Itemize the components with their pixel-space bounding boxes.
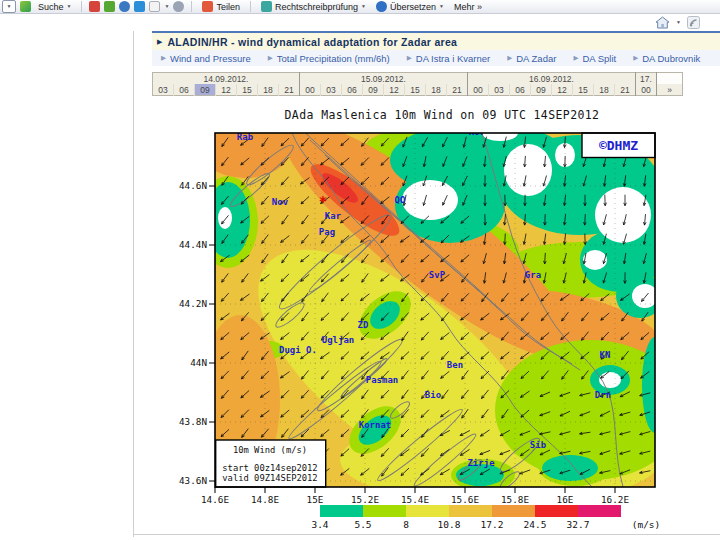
x-axis-label: 16E [557,494,574,505]
home-button[interactable] [655,16,670,29]
legend-swatch [320,505,363,517]
home-icon [655,16,670,29]
time-cell[interactable]: 12 [216,84,237,96]
toolbar-separator [191,1,192,12]
nav-item-da-zadar[interactable]: ▶DA Zadar [507,53,556,64]
triangle-bullet-icon: ▶ [573,55,578,62]
nav-label: DA Zadar [516,53,556,64]
x-axis-label: 14.8E [251,494,279,505]
info-box-start: start 00z14sep2012 [222,463,317,473]
rss-button[interactable] [687,16,700,29]
time-cell[interactable]: 06 [342,84,363,96]
nav-label: DA Dubrovnik [642,53,700,64]
time-cell[interactable]: 18 [258,84,279,96]
time-cell[interactable]: 00 [636,84,657,96]
search-button[interactable]: Suche ▼ [35,0,74,13]
time-cell[interactable]: 15 [405,84,426,96]
time-cell[interactable]: 21 [447,84,468,96]
city-label-kar: Kar [325,211,342,221]
page-title: ALADIN/HR - wind dynamical adaptation fo… [167,36,457,48]
time-cell[interactable]: 03 [321,84,342,96]
hour-row: 03 06 09 12 15 18 21 00 03 06 09 12 15 1… [153,84,683,96]
section-header[interactable]: ▶ ALADIN/HR - wind dynamical adaptation … [152,33,720,50]
browser-addon-toolbar: ▼ Suche ▼ ▼ Teilen Rechtschreibprüfung ▼… [0,0,720,14]
y-axis-label: 44.2N [179,298,207,309]
info-box-heading: 10m Wind (m/s) [233,445,307,455]
maslenica-marker: * [319,193,327,209]
nav-label: Wind and Pressure [170,53,251,64]
screen: ▼ Suche ▼ ▼ Teilen Rechtschreibprüfung ▼… [0,0,720,540]
time-cell-selected[interactable]: 09 [195,84,216,96]
triangle-bullet-icon: ▶ [268,55,273,62]
time-cell[interactable]: 09 [363,84,384,96]
triangle-bullet-icon: ▶ [157,38,162,45]
city-label-pasman: Pasman [366,375,399,385]
y-axis-label: 44N [190,357,207,368]
mail-icon[interactable] [134,1,145,12]
y-axis-label: 43.8N [179,416,207,427]
day-header: 14.09.2012. [153,73,300,85]
time-cell[interactable]: 18 [594,84,615,96]
city-label-kn: KN [600,350,611,360]
x-axis-label: 15.8E [501,494,529,505]
next-page-button[interactable]: » [657,84,683,96]
search-input[interactable]: ▼ [2,0,16,13]
toolbar-separator [81,1,82,12]
addon-leaf-icon[interactable] [104,1,115,12]
info-box-valid: valid 09Z14SEP2012 [222,473,317,483]
share-button[interactable]: Teilen [199,0,243,13]
city-label-gra: Gra [525,270,541,280]
nav-row: ▶Wind and Pressure ▶Total Precipitation … [152,50,720,66]
translate-button-label: Übersetzen [390,2,436,12]
rss-icon [687,16,700,29]
history-clock-icon[interactable] [173,1,184,12]
city-label-sib: Sib [530,440,547,450]
time-cell[interactable]: 12 [384,84,405,96]
wind-map: DAda Maslenica 10m Wind on 09 UTC 14SEP2… [150,100,710,535]
legend-value: 8 [403,519,409,530]
legend-unit: (m/s) [632,519,661,530]
nav-item-da-split[interactable]: ▶DA Split [573,53,616,64]
time-cell[interactable]: 00 [468,84,489,96]
nav-item-da-istra-i-kvarner[interactable]: ▶DA Istra i Kvarner [407,53,490,64]
legend-value: 32.7 [567,519,590,530]
triangle-bullet-icon: ▶ [161,55,166,62]
time-cell[interactable]: 03 [153,84,174,96]
city-label-ugljan: Ugljan [322,335,355,345]
home-dropdown-button[interactable]: ▼ [676,20,681,25]
nav-item-total-precipitation[interactable]: ▶Total Precipitation (mm/6h) [268,53,390,64]
time-cell[interactable]: 06 [510,84,531,96]
search-button-label: Suche [38,2,64,12]
time-cell[interactable]: 21 [615,84,636,96]
chevron-down-icon: ▼ [67,4,72,9]
city-label-nov: Nov [272,197,289,207]
time-cell[interactable]: 21 [279,84,300,96]
more-button-label: Mehr » [454,2,482,12]
x-axis-label: 15E [307,494,324,505]
time-cell[interactable]: 18 [426,84,447,96]
y-axis-label: 44.4N [179,239,207,250]
x-axis-label: 15.4E [401,494,429,505]
copyright-box: ©DHMZ [582,133,655,158]
time-cell[interactable]: 15 [237,84,258,96]
nav-item-wind-and-pressure[interactable]: ▶Wind and Pressure [161,53,251,64]
bookmark-icon[interactable] [89,1,100,12]
more-button[interactable]: Mehr » [451,0,485,13]
spellcheck-button[interactable]: Rechtschreibprüfung ▼ [258,0,369,13]
spellcheck-button-label: Rechtschreibprüfung [275,2,358,12]
time-cell[interactable]: 00 [300,84,321,96]
y-axis-label: 43.6N [179,475,207,486]
toolbar-separator [250,1,251,12]
city-label-ben: Ben [447,360,463,370]
globe-icon[interactable] [119,1,130,12]
nav-item-da-dubrovnik[interactable]: ▶DA Dubrovnik [633,53,700,64]
translate-button[interactable]: Übersetzen ▼ [373,0,447,13]
time-cell[interactable]: 09 [531,84,552,96]
time-cell[interactable]: 15 [573,84,594,96]
time-cell[interactable]: 06 [174,84,195,96]
time-cell[interactable]: 12 [552,84,573,96]
x-axis-label: 15.6E [451,494,479,505]
page-options-icon[interactable] [149,1,160,12]
time-cell[interactable]: 03 [489,84,510,96]
nav-label: DA Istra i Kvarner [416,53,490,64]
